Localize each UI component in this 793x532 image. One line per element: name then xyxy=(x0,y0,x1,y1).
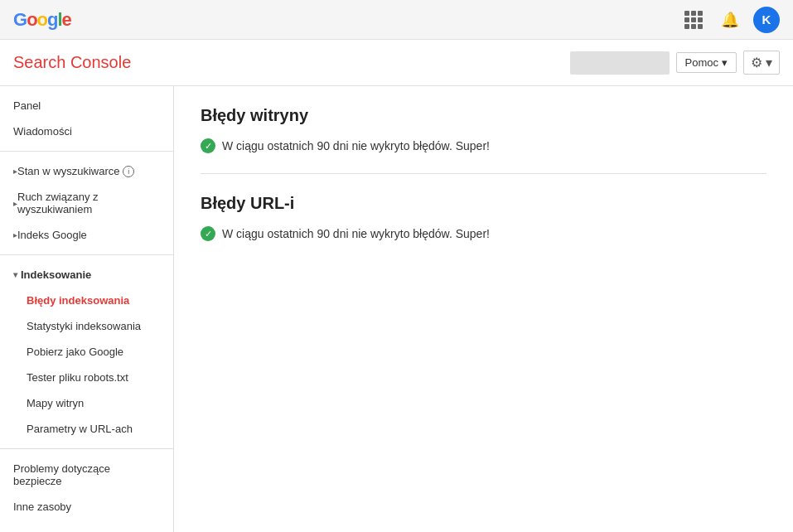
info-icon-stan[interactable]: i xyxy=(123,166,134,177)
status-text-url: W ciągu ostatnich 90 dni nie wykryto błę… xyxy=(222,227,490,240)
logo-g: G xyxy=(13,9,27,31)
statystyki-label: Statystyki indeksowania xyxy=(27,320,141,332)
stan-label: Stan w wyszukiwarce xyxy=(17,165,120,177)
sidebar-item-pobierz[interactable]: Pobierz jako Google xyxy=(0,339,173,365)
notifications-button[interactable]: 🔔 xyxy=(717,7,743,33)
sidebar-item-stan[interactable]: ▸ Stan w wyszukiwarce i xyxy=(0,158,173,184)
mapy-label: Mapy witryn xyxy=(27,397,84,409)
google-logo: Google xyxy=(13,9,71,31)
gear-icon: ⚙ xyxy=(751,55,762,70)
section-bledy-witryny: Błędy witryny ✓ W ciągu ostatnich 90 dni… xyxy=(201,106,766,153)
apps-button[interactable] xyxy=(680,7,707,33)
avatar[interactable]: K xyxy=(753,7,780,33)
header-right: Pomoc ▾ ⚙ ▾ xyxy=(570,51,780,75)
help-label: Pomoc xyxy=(685,56,718,69)
topbar-right: 🔔 K xyxy=(680,7,780,33)
problemy-label: Problemy dotyczące bezpiecze xyxy=(13,462,160,487)
apps-grid-icon xyxy=(684,11,703,29)
sidebar-item-parametry[interactable]: Parametry w URL-ach xyxy=(0,416,173,442)
indeksowanie-label: Indeksowanie xyxy=(21,268,91,281)
logo-e: e xyxy=(62,9,71,31)
sidebar-section-indeksowanie[interactable]: ▾ Indeksowanie xyxy=(0,262,173,288)
help-button[interactable]: Pomoc ▾ xyxy=(676,52,737,73)
settings-button[interactable]: ⚙ ▾ xyxy=(743,51,780,75)
bledy-indeksowania-label: Błędy indeksowania xyxy=(27,294,129,307)
header-bar: Search Console Pomoc ▾ ⚙ ▾ xyxy=(0,40,793,86)
status-row-url: ✓ W ciągu ostatnich 90 dni nie wykryto b… xyxy=(201,226,766,241)
check-icon-witryny: ✓ xyxy=(201,138,215,153)
tester-label: Tester pliku robots.txt xyxy=(27,371,128,384)
section-title-url: Błędy URL-i xyxy=(201,194,766,213)
app-title: Search Console xyxy=(13,53,131,72)
sidebar-item-panel[interactable]: Panel xyxy=(0,93,173,118)
sidebar-item-inne[interactable]: Inne zasoby xyxy=(0,494,173,520)
logo-g2: g xyxy=(47,9,57,31)
sidebar-item-wiadomosci[interactable]: Wiadomości xyxy=(0,118,173,144)
main-content: Błędy witryny ✓ W ciągu ostatnich 90 dni… xyxy=(174,86,793,532)
wiadomosci-label: Wiadomości xyxy=(13,125,72,138)
sidebar-item-bledy-indeksowania[interactable]: Błędy indeksowania xyxy=(0,288,173,313)
layout: Panel Wiadomości ▸ Stan w wyszukiwarce i… xyxy=(0,86,793,532)
section-divider xyxy=(201,173,766,174)
ruch-label: Ruch związany z wyszukiwaniem xyxy=(17,191,160,215)
check-icon-url: ✓ xyxy=(201,226,215,241)
divider-1 xyxy=(0,151,173,152)
sidebar-item-mapy[interactable]: Mapy witryn xyxy=(0,390,173,416)
logo-o2: o xyxy=(37,9,47,31)
sidebar-item-tester[interactable]: Tester pliku robots.txt xyxy=(0,365,173,390)
sidebar-item-problemy[interactable]: Problemy dotyczące bezpiecze xyxy=(0,456,173,494)
topbar: Google 🔔 K xyxy=(0,0,793,40)
inne-label: Inne zasoby xyxy=(13,501,71,513)
section-bledy-url: Błędy URL-i ✓ W ciągu ostatnich 90 dni n… xyxy=(201,194,766,241)
help-dropdown-icon: ▾ xyxy=(722,56,728,69)
logo-o1: o xyxy=(27,9,36,31)
status-row-witryny: ✓ W ciągu ostatnich 90 dni nie wykryto b… xyxy=(201,138,766,153)
settings-dropdown-icon: ▾ xyxy=(766,55,772,70)
arrow-indeksowanie: ▾ xyxy=(13,270,17,279)
indeks-label: Indeks Google xyxy=(17,229,87,241)
pobierz-label: Pobierz jako Google xyxy=(27,346,123,358)
sidebar: Panel Wiadomości ▸ Stan w wyszukiwarce i… xyxy=(0,86,174,532)
sidebar-item-statystyki[interactable]: Statystyki indeksowania xyxy=(0,313,173,339)
parametry-label: Parametry w URL-ach xyxy=(27,423,133,435)
divider-3 xyxy=(0,448,173,449)
section-title-witryny: Błędy witryny xyxy=(201,106,766,125)
divider-2 xyxy=(0,254,173,255)
topbar-left: Google xyxy=(13,9,71,31)
bell-icon: 🔔 xyxy=(721,11,739,29)
sidebar-item-ruch[interactable]: ▸ Ruch związany z wyszukiwaniem xyxy=(0,184,173,222)
sidebar-item-indeks[interactable]: ▸ Indeks Google xyxy=(0,222,173,248)
panel-label: Panel xyxy=(13,99,41,112)
status-text-witryny: W ciągu ostatnich 90 dni nie wykryto błę… xyxy=(222,139,490,152)
site-selector[interactable] xyxy=(570,51,670,75)
